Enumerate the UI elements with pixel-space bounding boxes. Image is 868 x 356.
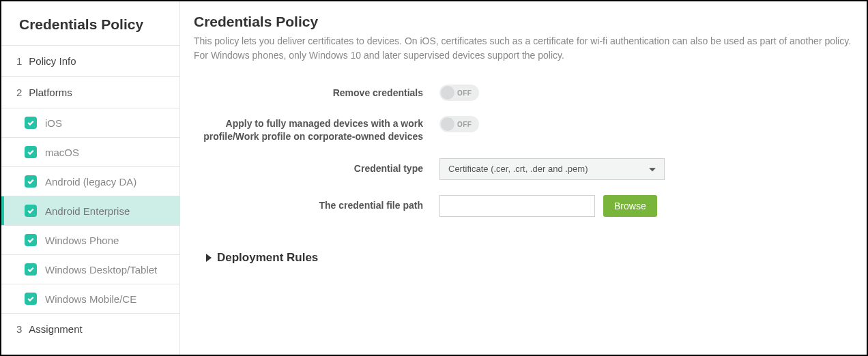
sidebar-title: Credentials Policy — [1, 1, 179, 46]
platform-item-ios[interactable]: iOS — [1, 108, 179, 138]
row-remove-credentials: Remove credentials OFF — [194, 85, 853, 101]
checkbox-checked-icon — [25, 234, 37, 246]
toggle-state-label: OFF — [457, 89, 472, 97]
step-number: 2 — [16, 87, 22, 98]
platform-label: Windows Mobile/CE — [45, 293, 136, 305]
checkbox-checked-icon — [25, 117, 37, 129]
platforms-list: iOS macOS Android (legacy DA) Android En… — [1, 108, 179, 314]
step-label: Platforms — [29, 87, 72, 98]
toggle-knob-icon — [441, 86, 454, 100]
platform-label: Windows Phone — [45, 235, 119, 246]
deployment-rules-toggle[interactable]: Deployment Rules — [194, 251, 853, 265]
platform-label: macOS — [45, 147, 79, 158]
toggle-state-label: OFF — [457, 121, 472, 128]
toggle-knob-icon — [441, 117, 454, 131]
label-remove-credentials: Remove credentials — [194, 87, 439, 100]
file-path-input[interactable] — [439, 195, 595, 217]
select-credential-type[interactable]: Certificate (.cer, .crt, .der and .pem) — [439, 158, 665, 180]
platform-label: Android (legacy DA) — [45, 176, 136, 188]
triangle-right-icon — [206, 254, 212, 262]
row-file-path: The credential file path Browse — [194, 195, 853, 217]
step-assignment[interactable]: 3 Assignment — [1, 314, 179, 344]
checkbox-checked-icon — [25, 293, 37, 305]
row-apply-managed: Apply to fully managed devices with a wo… — [194, 116, 853, 143]
step-policy-info[interactable]: 1 Policy Info — [1, 46, 179, 77]
platform-label: Android Enterprise — [45, 205, 130, 217]
toggle-apply-managed[interactable]: OFF — [439, 116, 479, 132]
step-number: 1 — [16, 55, 22, 67]
browse-button[interactable]: Browse — [603, 195, 657, 217]
toggle-remove-credentials[interactable]: OFF — [439, 85, 479, 101]
step-label: Assignment — [29, 323, 82, 335]
chevron-down-icon — [649, 168, 656, 171]
step-platforms[interactable]: 2 Platforms — [1, 77, 179, 108]
sidebar: Credentials Policy 1 Policy Info 2 Platf… — [1, 1, 180, 355]
platform-label: Windows Desktop/Tablet — [45, 264, 157, 276]
platform-item-macos[interactable]: macOS — [1, 138, 179, 167]
checkbox-checked-icon — [25, 175, 37, 188]
checkbox-checked-icon — [25, 263, 37, 276]
platform-item-windows-phone[interactable]: Windows Phone — [1, 226, 179, 255]
platform-item-windows-desktop-tablet[interactable]: Windows Desktop/Tablet — [1, 255, 179, 284]
page-title: Credentials Policy — [194, 14, 853, 30]
platform-item-android-enterprise[interactable]: Android Enterprise — [1, 196, 179, 226]
main-content: Credentials Policy This policy lets you … — [180, 1, 867, 355]
platform-item-android-legacy-da[interactable]: Android (legacy DA) — [1, 167, 179, 196]
label-file-path: The credential file path — [194, 199, 439, 212]
select-value: Certificate (.cer, .crt, .der and .pem) — [448, 164, 588, 174]
platform-item-windows-mobile-ce[interactable]: Windows Mobile/CE — [1, 284, 179, 314]
checkbox-checked-icon — [25, 205, 37, 217]
deployment-rules-label: Deployment Rules — [217, 251, 318, 265]
step-number: 3 — [16, 323, 22, 335]
label-apply-managed: Apply to fully managed devices with a wo… — [194, 116, 439, 143]
step-label: Policy Info — [29, 55, 76, 67]
row-credential-type: Credential type Certificate (.cer, .crt,… — [194, 158, 853, 180]
platform-label: iOS — [45, 117, 62, 129]
checkbox-checked-icon — [25, 146, 37, 158]
page-description: This policy lets you deliver certificate… — [194, 34, 853, 63]
label-credential-type: Credential type — [194, 162, 439, 175]
